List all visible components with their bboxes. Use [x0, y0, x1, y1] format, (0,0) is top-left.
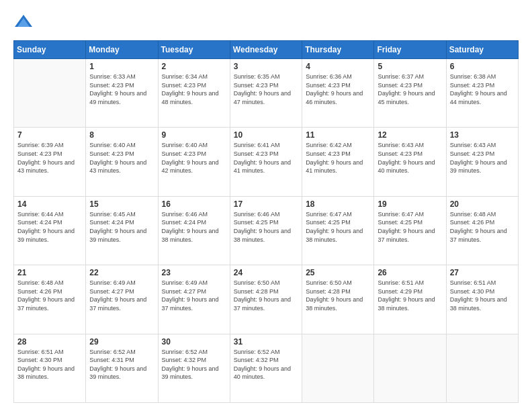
- day-number: 27: [450, 268, 515, 277]
- day-info: Sunrise: 6:47 AMSunset: 4:25 PMDaylight:…: [378, 210, 442, 244]
- calendar-cell: 9Sunrise: 6:40 AMSunset: 4:23 PMDaylight…: [158, 128, 230, 196]
- day-number: 15: [89, 199, 154, 209]
- calendar-cell: 18Sunrise: 6:47 AMSunset: 4:25 PMDayligh…: [302, 196, 374, 265]
- day-info: Sunrise: 6:52 AMSunset: 4:31 PMDaylight:…: [89, 348, 154, 381]
- calendar-week-3: 21Sunrise: 6:48 AMSunset: 4:26 PMDayligh…: [14, 265, 519, 334]
- calendar-cell: 7Sunrise: 6:39 AMSunset: 4:23 PMDaylight…: [14, 128, 86, 196]
- day-info: Sunrise: 6:45 AMSunset: 4:24 PMDaylight:…: [89, 210, 154, 244]
- day-info: Sunrise: 6:44 AMSunset: 4:24 PMDaylight:…: [17, 210, 82, 244]
- day-info: Sunrise: 6:34 AMSunset: 4:23 PMDaylight:…: [162, 73, 226, 106]
- day-info: Sunrise: 6:50 AMSunset: 4:28 PMDaylight:…: [234, 279, 298, 312]
- calendar-cell: 11Sunrise: 6:42 AMSunset: 4:23 PMDayligh…: [302, 128, 374, 196]
- day-info: Sunrise: 6:43 AMSunset: 4:23 PMDaylight:…: [378, 141, 442, 175]
- day-number: 25: [306, 268, 370, 277]
- calendar-table: SundayMondayTuesdayWednesdayThursdayFrid…: [13, 40, 519, 403]
- calendar-cell: [14, 59, 86, 128]
- day-number: 5: [378, 62, 442, 71]
- day-number: 21: [17, 268, 82, 277]
- calendar-cell: 19Sunrise: 6:47 AMSunset: 4:25 PMDayligh…: [374, 196, 446, 265]
- day-number: 4: [306, 62, 370, 71]
- day-number: 19: [378, 199, 442, 209]
- day-number: 10: [234, 130, 298, 140]
- calendar-cell: 1Sunrise: 6:33 AMSunset: 4:23 PMDaylight…: [86, 59, 158, 128]
- calendar-cell: 28Sunrise: 6:51 AMSunset: 4:30 PMDayligh…: [14, 334, 86, 402]
- day-info: Sunrise: 6:46 AMSunset: 4:24 PMDaylight:…: [162, 210, 226, 244]
- calendar-cell: 14Sunrise: 6:44 AMSunset: 4:24 PMDayligh…: [14, 196, 86, 265]
- calendar-week-0: 1Sunrise: 6:33 AMSunset: 4:23 PMDaylight…: [14, 59, 519, 128]
- logo-icon: [13, 12, 34, 32]
- calendar-cell: 16Sunrise: 6:46 AMSunset: 4:24 PMDayligh…: [158, 196, 230, 265]
- day-info: Sunrise: 6:35 AMSunset: 4:23 PMDaylight:…: [234, 73, 298, 106]
- day-number: 16: [162, 199, 226, 209]
- calendar-cell: 27Sunrise: 6:51 AMSunset: 4:30 PMDayligh…: [446, 265, 518, 334]
- calendar-cell: 21Sunrise: 6:48 AMSunset: 4:26 PMDayligh…: [14, 265, 86, 334]
- day-info: Sunrise: 6:49 AMSunset: 4:27 PMDaylight:…: [89, 279, 154, 312]
- day-info: Sunrise: 6:46 AMSunset: 4:25 PMDaylight:…: [234, 210, 298, 244]
- day-number: 26: [378, 268, 442, 277]
- calendar-cell: 12Sunrise: 6:43 AMSunset: 4:23 PMDayligh…: [374, 128, 446, 196]
- calendar-cell: 2Sunrise: 6:34 AMSunset: 4:23 PMDaylight…: [158, 59, 230, 128]
- day-number: 23: [162, 268, 226, 277]
- calendar-cell: 25Sunrise: 6:50 AMSunset: 4:28 PMDayligh…: [302, 265, 374, 334]
- day-number: 29: [89, 337, 154, 347]
- day-info: Sunrise: 6:40 AMSunset: 4:23 PMDaylight:…: [162, 141, 226, 175]
- day-info: Sunrise: 6:52 AMSunset: 4:32 PMDaylight:…: [162, 348, 226, 381]
- day-number: 8: [89, 130, 154, 140]
- calendar-header-row: SundayMondayTuesdayWednesdayThursdayFrid…: [14, 41, 519, 59]
- day-info: Sunrise: 6:43 AMSunset: 4:23 PMDaylight:…: [450, 141, 515, 175]
- day-info: Sunrise: 6:51 AMSunset: 4:30 PMDaylight:…: [450, 279, 515, 312]
- calendar-header-wednesday: Wednesday: [230, 41, 302, 59]
- calendar-header-saturday: Saturday: [446, 41, 518, 59]
- day-info: Sunrise: 6:36 AMSunset: 4:23 PMDaylight:…: [306, 73, 370, 106]
- day-info: Sunrise: 6:48 AMSunset: 4:26 PMDaylight:…: [450, 210, 515, 244]
- day-info: Sunrise: 6:39 AMSunset: 4:23 PMDaylight:…: [17, 141, 82, 175]
- calendar-week-1: 7Sunrise: 6:39 AMSunset: 4:23 PMDaylight…: [14, 128, 519, 196]
- calendar-cell: [446, 334, 518, 402]
- calendar-cell: [374, 334, 446, 402]
- calendar-header-sunday: Sunday: [14, 41, 86, 59]
- day-number: 12: [378, 130, 442, 140]
- day-info: Sunrise: 6:37 AMSunset: 4:23 PMDaylight:…: [378, 73, 442, 106]
- day-info: Sunrise: 6:47 AMSunset: 4:25 PMDaylight:…: [306, 210, 370, 244]
- calendar-cell: 20Sunrise: 6:48 AMSunset: 4:26 PMDayligh…: [446, 196, 518, 265]
- calendar-header-monday: Monday: [86, 41, 158, 59]
- calendar-cell: 29Sunrise: 6:52 AMSunset: 4:31 PMDayligh…: [86, 334, 158, 402]
- day-info: Sunrise: 6:49 AMSunset: 4:27 PMDaylight:…: [162, 279, 226, 312]
- calendar-cell: 15Sunrise: 6:45 AMSunset: 4:24 PMDayligh…: [86, 196, 158, 265]
- calendar-cell: 17Sunrise: 6:46 AMSunset: 4:25 PMDayligh…: [230, 196, 302, 265]
- day-info: Sunrise: 6:51 AMSunset: 4:30 PMDaylight:…: [17, 348, 82, 381]
- calendar-cell: 13Sunrise: 6:43 AMSunset: 4:23 PMDayligh…: [446, 128, 518, 196]
- day-number: 2: [162, 62, 226, 71]
- logo: [13, 12, 35, 32]
- day-number: 13: [450, 130, 515, 140]
- calendar-cell: 24Sunrise: 6:50 AMSunset: 4:28 PMDayligh…: [230, 265, 302, 334]
- header: [13, 12, 519, 32]
- day-number: 1: [89, 62, 154, 71]
- day-number: 11: [306, 130, 370, 140]
- day-number: 6: [450, 62, 515, 71]
- day-number: 3: [234, 62, 298, 71]
- day-number: 22: [89, 268, 154, 277]
- calendar-cell: 22Sunrise: 6:49 AMSunset: 4:27 PMDayligh…: [86, 265, 158, 334]
- calendar-cell: 4Sunrise: 6:36 AMSunset: 4:23 PMDaylight…: [302, 59, 374, 128]
- day-number: 31: [234, 337, 298, 347]
- calendar-cell: 31Sunrise: 6:52 AMSunset: 4:32 PMDayligh…: [230, 334, 302, 402]
- calendar-header-tuesday: Tuesday: [158, 41, 230, 59]
- calendar-header-thursday: Thursday: [302, 41, 374, 59]
- day-info: Sunrise: 6:33 AMSunset: 4:23 PMDaylight:…: [89, 73, 154, 106]
- day-number: 20: [450, 199, 515, 209]
- day-number: 14: [17, 199, 82, 209]
- day-info: Sunrise: 6:52 AMSunset: 4:32 PMDaylight:…: [234, 348, 298, 381]
- day-info: Sunrise: 6:48 AMSunset: 4:26 PMDaylight:…: [17, 279, 82, 312]
- day-info: Sunrise: 6:50 AMSunset: 4:28 PMDaylight:…: [306, 279, 370, 312]
- day-info: Sunrise: 6:41 AMSunset: 4:23 PMDaylight:…: [234, 141, 298, 175]
- calendar-cell: 26Sunrise: 6:51 AMSunset: 4:29 PMDayligh…: [374, 265, 446, 334]
- calendar-cell: 3Sunrise: 6:35 AMSunset: 4:23 PMDaylight…: [230, 59, 302, 128]
- day-number: 18: [306, 199, 370, 209]
- calendar-cell: 30Sunrise: 6:52 AMSunset: 4:32 PMDayligh…: [158, 334, 230, 402]
- calendar-cell: 23Sunrise: 6:49 AMSunset: 4:27 PMDayligh…: [158, 265, 230, 334]
- day-number: 24: [234, 268, 298, 277]
- calendar-cell: 6Sunrise: 6:38 AMSunset: 4:23 PMDaylight…: [446, 59, 518, 128]
- day-info: Sunrise: 6:40 AMSunset: 4:23 PMDaylight:…: [89, 141, 154, 175]
- day-info: Sunrise: 6:38 AMSunset: 4:23 PMDaylight:…: [450, 73, 515, 106]
